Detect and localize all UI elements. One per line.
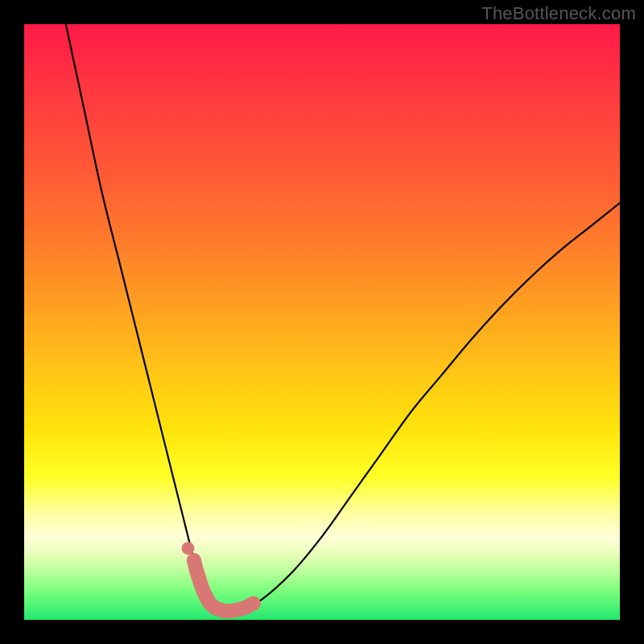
highlight-band-path	[194, 560, 254, 611]
bottleneck-curve	[66, 24, 620, 611]
highlight-band	[194, 560, 254, 611]
watermark-text: TheBottleneck.com	[481, 3, 636, 24]
highlight-dot	[182, 542, 195, 555]
bottleneck-curve-path	[66, 24, 620, 611]
chart-frame: TheBottleneck.com	[0, 0, 644, 644]
chart-overlay	[24, 24, 620, 620]
highlight-dot-circle	[182, 542, 195, 555]
